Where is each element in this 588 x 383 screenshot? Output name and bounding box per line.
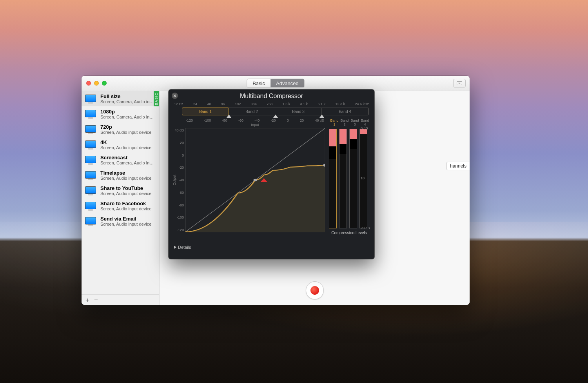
gain-reduction-meter[interactable] [339,129,347,228]
preset-title: Share to Facebook [100,201,151,206]
preset-item[interactable]: 1080p Screen, Camera, Audio input… [82,106,159,122]
band-tab[interactable]: Band 2 [229,108,275,115]
freq-label: 3.1 k [300,102,308,106]
preset-title: Timelapse [100,170,151,176]
frequency-scale: 12 Hz2448961923847681.5 k3.1 k6.1 k12.3 … [169,100,374,107]
display-icon [457,81,462,85]
freq-label: 96 [221,102,225,106]
window-controls [86,81,107,86]
preset-subtitle: Screen, Audio input device [100,130,151,135]
preset-item[interactable]: Share to YouTube Screen, Audio input dev… [82,183,159,198]
add-preset-button[interactable]: + [85,297,89,303]
preset-item[interactable]: Send via Email Screen, Audio input devic… [82,213,159,229]
monitor-icon [85,201,96,211]
y-tick: -80 [174,203,184,207]
x-tick: -60 [238,119,243,122]
display-output-button[interactable] [453,79,466,88]
preset-item[interactable]: Timelapse Screen, Audio input device [82,168,159,183]
compressor-title: Multiband Compressor [169,89,374,100]
preset-subtitle: Screen, Audio input device [100,206,151,211]
monitor-icon [85,140,96,150]
x-tick: 20 [300,119,304,122]
meter-header[interactable]: Band 4 [361,119,369,126]
zoom-window-button[interactable] [102,81,107,86]
band-tab[interactable]: Band 1 [182,108,229,115]
preset-title: Screencast [100,155,155,160]
close-panel-button[interactable] [172,93,178,99]
x-axis-title: Input [185,123,325,127]
band-tab[interactable]: Band 3 [275,108,322,115]
monitor-icon [85,109,96,119]
gain-reduction-meter[interactable] [349,129,357,228]
meter-scale-tick: 0 dB [361,126,370,130]
freq-label: 12 Hz [174,102,183,106]
meter-scale-tick: 10 [361,176,370,180]
preset-item[interactable]: Share to Facebook Screen, Audio input de… [82,198,159,213]
preset-subtitle: Screen, Audio input device [100,145,151,150]
y-axis-labels: 40 dB200-20-40-60-80-100-120 [174,128,184,232]
preset-title: Send via Email [100,216,151,222]
freq-label: 384 [251,102,257,106]
details-disclosure[interactable]: Details [169,243,374,253]
preset-item[interactable]: Full size Screen, Camera, Audio input… B… [82,91,159,106]
preset-title: Full size [100,93,155,99]
tab-basic[interactable]: Basic [247,79,270,88]
remove-preset-button[interactable]: − [94,297,98,303]
preset-title: 720p [100,124,151,130]
x-tick: -120 [186,119,193,122]
preset-subtitle: Screen, Audio input device [100,176,151,181]
x-tick: -100 [204,119,211,122]
preset-title: Share to YouTube [100,185,151,191]
y-tick: -100 [174,215,184,219]
channels-dropdown-partial[interactable]: hannels [446,162,470,170]
compressor-panel: Multiband Compressor 12 Hz24489619238476… [169,89,374,259]
close-icon [173,94,176,97]
meter-header[interactable]: Band 3 [350,119,359,126]
meter-headers: Band 1Band 2Band 3Band 4 [330,119,369,126]
preset-subtitle: Screen, Audio input device [100,222,151,226]
transfer-plot-svg [185,128,325,232]
minimize-window-button[interactable] [94,81,99,86]
y-tick: 0 [174,153,184,157]
x-tick: -20 [270,119,276,122]
preset-list: Full size Screen, Camera, Audio input… B… [82,91,159,294]
close-window-button[interactable] [86,81,91,86]
freq-label: 6.1 k [318,102,326,106]
x-tick: 0 [287,119,289,122]
band-tab[interactable]: Band 4 [322,108,368,115]
disclosure-triangle-icon [174,246,176,249]
y-tick: 40 dB [174,128,184,132]
record-button[interactable] [306,281,324,299]
preset-item[interactable]: Screencast Screen, Camera, Audio input… [82,152,159,168]
freq-label: 24 [193,102,197,106]
meter-header[interactable]: Band 1 [330,119,339,126]
monitor-icon [85,125,96,134]
y-tick: -40 [174,178,184,182]
tab-advanced[interactable]: Advanced [270,79,304,88]
details-label: Details [178,245,191,250]
crossover-handle-2[interactable] [273,115,278,118]
monitor-icon [85,94,96,104]
freq-label: 1.5 k [283,102,290,106]
meter-scale: 0 dB1020 dB [361,126,370,230]
meter-scale-tick: 20 dB [361,226,370,230]
preset-item[interactable]: 4K Screen, Audio input device [82,137,159,152]
transfer-plot[interactable]: Output 40 dB200-20-40-60-80-100-120 [185,128,325,232]
gain-reduction-meter[interactable] [329,129,337,228]
crossover-handle-3[interactable] [319,115,324,118]
preset-list-footer: + − [82,294,159,305]
monitor-icon [85,217,96,226]
meter-title: Compression Levels [329,231,369,235]
y-tick: -120 [174,228,184,232]
transfer-graph: -120-100-80-60-40-2002040 dB Input Outpu… [185,119,325,242]
preset-subtitle: Screen, Camera, Audio input… [100,160,155,165]
preset-item[interactable]: 720p Screen, Audio input device [82,122,159,137]
y-tick: -60 [174,191,184,195]
freq-label: 48 [207,102,211,106]
titlebar: Basic Advanced [82,76,470,91]
preset-subtitle: Screen, Camera, Audio input… [100,115,155,119]
monitor-icon [85,155,96,165]
freq-label: 12.3 k [335,102,345,106]
meter-header[interactable]: Band 2 [340,119,349,126]
x-tick: 40 dB [315,119,324,122]
